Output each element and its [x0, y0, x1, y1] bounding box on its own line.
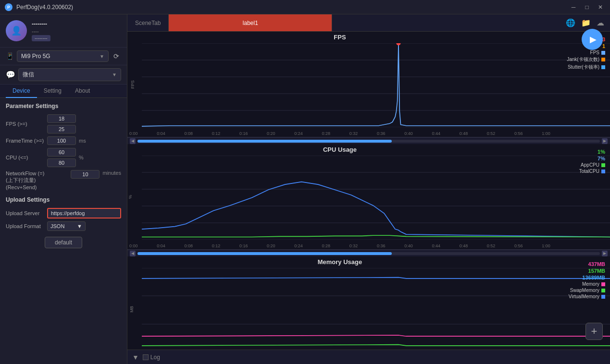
appcpu-legend-label: AppCPU	[581, 162, 599, 168]
network-param-row: NetworkFlow (=) (上下行流量) (Recv+Send) minu…	[6, 170, 121, 191]
scene-tab-active[interactable]: label1	[169, 14, 332, 31]
cpu-chart-svg: 50 40 30 20 10 0	[142, 156, 610, 240]
maximize-button[interactable]: □	[582, 2, 592, 12]
scene-tabbar: SceneTab label1 🌐 📁 ☁	[127, 14, 610, 32]
scene-tab-label: SceneTab	[127, 14, 169, 31]
log-checkbox-row[interactable]: Log	[143, 354, 160, 361]
app-selector[interactable]: 微信 ▼	[18, 68, 121, 81]
cpu-scroll-left[interactable]: ◀	[130, 251, 136, 256]
fps-chart-title: FPS	[127, 34, 552, 41]
totalcpu-color-dot	[601, 170, 605, 173]
fps-inputs	[47, 114, 76, 133]
cpu-scroll-right[interactable]: ▶	[602, 251, 608, 256]
fps-y-label: FPS	[130, 80, 135, 89]
fps-param-row: FPS (>=)	[6, 114, 121, 133]
network-unit: minutes	[102, 170, 121, 176]
fps-label: FPS (>=)	[6, 121, 44, 127]
upload-server-label: Upload Server	[6, 210, 44, 216]
device-selector[interactable]: Mi9 Pro 5G ▼	[17, 50, 109, 62]
cpu-x-7: 0:28	[322, 243, 331, 248]
cpu-x-4: 0:16	[239, 243, 248, 248]
user-info: -------- ---- --------	[32, 21, 50, 41]
fps-scrollbar-track[interactable]	[137, 140, 600, 143]
play-icon: ▶	[590, 34, 597, 45]
chevron-down-icon: ▼	[112, 72, 117, 77]
cpu-scrollbar[interactable]: ◀ ▶	[127, 250, 610, 256]
location-icon[interactable]: 🌐	[566, 18, 575, 27]
app-icon: 💬	[6, 70, 15, 79]
cpu-scrollbar-track[interactable]	[137, 252, 600, 255]
memory-chart-svg: 3,000 2,000 1,000 0	[142, 268, 610, 352]
cpu-x-6: 0:24	[294, 243, 303, 248]
bottom-collapse-icon[interactable]: ▼	[132, 353, 139, 361]
right-panel: ▶ SceneTab label1 🌐 📁 ☁ FPS 3 1	[127, 14, 610, 364]
user-id: ----	[32, 28, 50, 34]
app-title: PerfDog(v4.0.200602)	[16, 4, 569, 11]
charts-area: FPS 3 1 FPS Jank(卡顿次数) Stutt	[127, 32, 610, 364]
main-layout: 👤 -------- ---- -------- 📱 Mi9 Pro 5G ▼ …	[0, 14, 610, 364]
fps-input-2[interactable]	[47, 125, 76, 133]
memory-chart-container: Memory Usage 437MB 157MB 13689MB Memory …	[127, 256, 610, 362]
cpu-x-9: 0:36	[377, 243, 386, 248]
fps-scroll-left[interactable]: ◀	[130, 138, 136, 144]
chevron-down-icon: ▼	[100, 54, 104, 59]
network-label: NetworkFlow (=) (上下行流量) (Recv+Send)	[6, 170, 68, 191]
tab-about[interactable]: About	[68, 85, 97, 98]
cpu-chart-title: CPU Usage	[127, 146, 552, 153]
cpu-x-8: 0:32	[349, 243, 358, 248]
upload-server-input[interactable]	[47, 208, 121, 218]
cpu-legend-item-total: TotalCPU	[579, 169, 605, 174]
memory-color-dot	[601, 282, 605, 286]
cpu-legend-value-1: 1%	[579, 149, 605, 155]
fps-legend-item-stutter: Stutter(卡顿率)	[567, 64, 605, 71]
log-checkbox[interactable]	[143, 354, 149, 360]
appcpu-color-dot	[601, 163, 605, 167]
sidebar: 👤 -------- ---- -------- 📱 Mi9 Pro 5G ▼ …	[0, 14, 127, 364]
fps-x-12: 0:48	[460, 131, 468, 136]
titlebar: P PerfDog(v4.0.200602) ─ □ ✕	[0, 0, 610, 14]
play-button[interactable]: ▶	[582, 29, 603, 50]
network-label-line1: NetworkFlow (=)	[6, 170, 44, 176]
stutter-color-dot	[601, 65, 605, 69]
network-input[interactable]	[71, 170, 100, 179]
log-label: Log	[150, 354, 160, 361]
sidebar-tabs: Device Setting About	[0, 85, 127, 98]
cloud-icon[interactable]: ☁	[597, 18, 604, 27]
upload-format-selector[interactable]: JSON ▼	[47, 221, 86, 231]
cpu-x-5: 0:20	[267, 243, 275, 248]
fps-x-13: 0:52	[487, 131, 496, 136]
fps-x-7: 0:28	[322, 131, 331, 136]
default-button[interactable]: default	[45, 237, 82, 248]
fps-scroll-right[interactable]: ▶	[602, 138, 608, 144]
parameter-settings-title: Parameter Settings	[6, 103, 121, 109]
cpu-input-1[interactable]	[47, 148, 76, 157]
memory-chart-legend: 437MB 157MB 13689MB Memory SwapMemory V	[569, 261, 605, 299]
fps-x-11: 0:44	[432, 131, 440, 136]
tab-setting[interactable]: Setting	[37, 85, 68, 98]
avatar-icon: 👤	[11, 25, 22, 36]
cpu-x-1: 0:04	[157, 243, 165, 248]
fps-x-15: 1:00	[542, 131, 550, 136]
cpu-x-labels: 0:00 0:04 0:08 0:12 0:16 0:20 0:24 0:28 …	[127, 243, 552, 248]
fps-x-2: 0:08	[184, 131, 193, 136]
app-icon: P	[5, 3, 12, 11]
add-chart-button[interactable]: +	[585, 323, 603, 340]
memory-legend-value-3: 13689MB	[569, 275, 605, 280]
fps-x-4: 0:16	[239, 131, 248, 136]
cpu-chart-container: CPU Usage 1% 7% AppCPU TotalCPU	[127, 144, 610, 249]
upload-format-row: Upload Format JSON ▼	[6, 221, 121, 231]
totalcpu-legend-label: TotalCPU	[579, 169, 599, 174]
bottom-bar: ▼ Log	[127, 350, 610, 364]
refresh-button[interactable]: ⟳	[112, 51, 121, 61]
tab-device[interactable]: Device	[6, 85, 37, 98]
frametime-input[interactable]	[47, 136, 76, 145]
close-button[interactable]: ✕	[596, 2, 605, 12]
folder-icon[interactable]: 📁	[581, 18, 591, 27]
fps-scrollbar[interactable]: ◀ ▶	[127, 137, 610, 144]
memory-legend-item-virtual: VirtualMemory	[569, 294, 605, 299]
swap-legend-label: SwapMemory	[570, 288, 599, 293]
cpu-input-2[interactable]	[47, 158, 76, 167]
cpu-x-0: 0:00	[129, 243, 138, 248]
fps-input-1[interactable]	[47, 114, 76, 123]
minimize-button[interactable]: ─	[569, 2, 578, 12]
